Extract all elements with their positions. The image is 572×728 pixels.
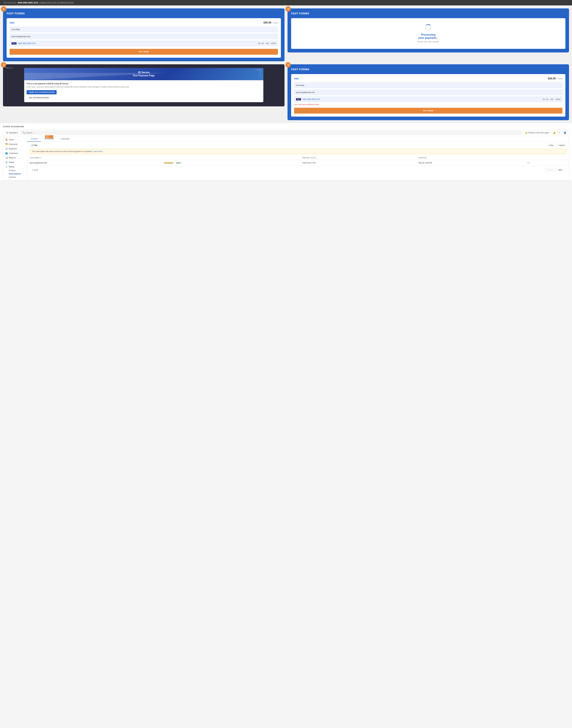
step-4-card-extras: 04 / 24 242 42424: [543, 98, 560, 100]
row-more-actions[interactable]: •••: [525, 160, 569, 166]
step-4-card-field[interactable]: VISA 4000 0082 6000 3178 04 / 24 242 424…: [294, 97, 562, 102]
step-1-card-extras: 04 / 24 242 42424: [258, 42, 276, 45]
step-4-period: / month: [556, 78, 562, 80]
more-actions-button[interactable]: •••: [527, 162, 530, 164]
col-actions: [525, 156, 569, 160]
payments-icon: 💳: [5, 143, 8, 145]
feedback-label: Feedback about this page?: [528, 132, 550, 134]
subscriptions-table: CUSTOMER ⇅ PRICING PLAN ⇅ CREATED: [27, 156, 569, 166]
test-banner: TESTING 3DS: 4000 0082 6000 3178 COMPLET…: [0, 0, 572, 5]
card-error-message: Your card has insufficient funds.: [294, 104, 562, 106]
step-1-amount: $35.00: [264, 21, 271, 24]
search-input[interactable]: [26, 132, 520, 134]
row-status: Incomplete Auto: [161, 160, 300, 166]
sidebar-sub-invoices-label: Invoices: [9, 170, 15, 172]
card-zip: 42424: [271, 42, 276, 45]
col-created-label: CREATED: [418, 157, 427, 159]
step-2-title: FAST FORMS: [291, 12, 565, 15]
cancel-button[interactable]: CANCEL: [255, 69, 262, 71]
step-2-processing: Processingyour payment... Please wait a …: [291, 18, 565, 49]
step-4-plan-name: PRO: [294, 77, 299, 80]
step-4-name-field[interactable]: Aunt May: [294, 82, 562, 88]
sidebar-item-radar[interactable]: 📡 Radar: [3, 160, 27, 164]
previous-button[interactable]: Previous: [545, 168, 556, 172]
processing-subtitle: Please wait a few minutes!: [418, 41, 439, 43]
card-cvc-4: 242: [550, 98, 553, 100]
sidebar-item-balances[interactable]: ⚖️ Balances: [3, 146, 27, 151]
row-created: Feb 29, 2:36 PM: [416, 160, 525, 166]
sort-icon-customer[interactable]: ⇅: [40, 157, 42, 159]
account-button[interactable]: 👤: [563, 131, 567, 135]
sidebar-item-customers[interactable]: 👥 Customers: [3, 151, 27, 156]
sidebar-sub-products[interactable]: Products: [3, 176, 27, 179]
notifications-button[interactable]: 🔔: [552, 131, 556, 135]
result-count: 1 result: [29, 168, 40, 172]
visa-icon: VISA: [12, 42, 16, 45]
reports-icon: 📊: [5, 157, 8, 159]
threeds-desc-sub: In live mode, customers will be asked to…: [26, 86, 261, 88]
steps-grid: 1 FAST FORMS PRO $35.00 / month Aunt May…: [0, 5, 572, 123]
sidebar-sub-subscriptions-label: Subscriptions: [9, 173, 21, 175]
step-1-title: FAST FORMS: [7, 12, 281, 15]
pagination: Previous Next: [542, 167, 566, 173]
fail-auth-button[interactable]: FAIL AUTHENTICATION: [26, 96, 51, 100]
table-row[interactable]: aunt.may@email.com Incomplete Auto Fast …: [27, 160, 569, 166]
billing-icon: 🧾: [5, 166, 8, 168]
tab-canceled[interactable]: Canceled: [57, 136, 73, 142]
feedback-button[interactable]: 🔔 Feedback about this page?: [524, 131, 551, 134]
filter-icon: ▼: [31, 144, 33, 146]
search-bar[interactable]: 🔍: [21, 131, 522, 135]
step-1-card: FAST FORMS PRO $35.00 / month Aunt May a…: [3, 8, 285, 61]
row-customer: aunt.may@email.com: [27, 160, 161, 166]
sort-icon-plan[interactable]: ⇅: [315, 157, 317, 159]
sidebar-sub-products-label: Products: [9, 176, 16, 178]
col-plan: PRICING PLAN ⇅: [300, 156, 416, 160]
chevron-down-icon: ▾: [17, 132, 18, 134]
step-1-name-field[interactable]: Aunt May: [10, 26, 278, 32]
filter-button[interactable]: ▼ Filter: [29, 143, 39, 147]
search-icon: 🔍: [22, 131, 25, 134]
feedback-icon: 🔔: [525, 132, 527, 134]
banner-description: COMPLETE & FAIL AUTHENTICATION: [39, 2, 74, 4]
sidebar-label-home: Home: [9, 138, 14, 141]
sidebar-item-reports[interactable]: 📊 Reports: [3, 156, 27, 160]
sidebar-label-billing: Billing: [9, 166, 14, 168]
threeds-circles: [260, 71, 261, 77]
step-1-plan-header: PRO $35.00 / month: [10, 21, 278, 24]
threeds-body: This is a test payment of $35.00 using 3…: [24, 80, 264, 102]
step-1-email-field[interactable]: aunt.may@email.com: [10, 34, 278, 39]
step-4-email-field[interactable]: aunt.may@email.com: [294, 89, 562, 95]
step-4-badge: 4: [285, 62, 291, 68]
sidebar-item-home[interactable]: 🏠 Home: [3, 137, 27, 142]
help-button[interactable]: ?: [558, 131, 562, 135]
step-4-title: FAST FORMS: [291, 68, 565, 71]
learn-more-link[interactable]: Learn more →: [93, 150, 104, 153]
step-1-pay-btn[interactable]: PAY NOW: [10, 49, 278, 55]
sidebar-item-billing[interactable]: 🧾 Billing: [3, 164, 27, 169]
threeds-desc-main: This is a test payment of $35.00 using 3…: [26, 83, 261, 85]
step-4-amount: $35.00: [548, 77, 556, 80]
sidebar-sub-invoices[interactable]: Invoices: [3, 169, 27, 172]
step-1-card-field[interactable]: VISA 4000 0082 6000 3178 04 / 24 242 424…: [10, 41, 278, 46]
tutorials-button[interactable]: ☰ Tutorials ▾: [5, 131, 19, 135]
sidebar-sub-subscriptions[interactable]: Subscriptions: [3, 172, 27, 176]
step-1-plan-name: PRO: [10, 21, 14, 24]
step-1-card-number: 4000 0082 6000 3178: [18, 42, 257, 45]
col-customer-label: CUSTOMER: [29, 157, 40, 159]
row-plan: Fast Forms • Pro: [300, 160, 416, 166]
next-button[interactable]: Next: [556, 168, 564, 172]
dashboard-content: Current TEST DATA Scheduled Canceled ▼ F…: [27, 136, 569, 180]
step-2-card: FAST FORMS Processingyour payment... Ple…: [287, 8, 569, 52]
step-2-badge: 2: [285, 6, 291, 12]
tab-bar: Current TEST DATA Scheduled Canceled: [27, 136, 569, 142]
new-button[interactable]: + New: [547, 143, 555, 147]
export-button[interactable]: ↗ Export: [556, 143, 566, 147]
complete-auth-button[interactable]: COMPLETE AUTHENTICATION: [26, 90, 57, 95]
loading-spinner: [425, 24, 431, 30]
tab-current[interactable]: Current: [27, 136, 41, 142]
tab-scheduled[interactable]: TEST DATA Scheduled: [41, 136, 57, 142]
sidebar-item-payments[interactable]: 💳 Payments: [3, 142, 27, 146]
processing-title: Processingyour payment...: [418, 33, 438, 40]
step-4-pay-btn[interactable]: PAY NOW: [294, 108, 562, 114]
topbar-actions: 🔔 Feedback about this page? 🔔 ? 👤: [524, 131, 567, 135]
